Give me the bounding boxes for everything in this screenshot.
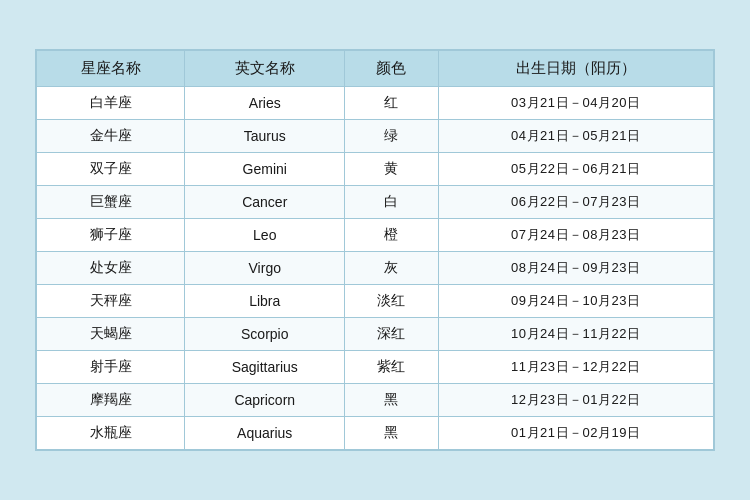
table-row: 巨蟹座Cancer白06月22日－07月23日 — [37, 186, 714, 219]
cell-color: 橙 — [345, 219, 438, 252]
cell-chinese: 巨蟹座 — [37, 186, 185, 219]
table-row: 双子座Gemini黄05月22日－06月21日 — [37, 153, 714, 186]
cell-color: 紫红 — [345, 351, 438, 384]
cell-chinese: 射手座 — [37, 351, 185, 384]
cell-chinese: 白羊座 — [37, 87, 185, 120]
table-row: 水瓶座Aquarius黑01月21日－02月19日 — [37, 417, 714, 450]
cell-english: Virgo — [185, 252, 345, 285]
cell-english: Capricorn — [185, 384, 345, 417]
table-row: 天秤座Libra淡红09月24日－10月23日 — [37, 285, 714, 318]
cell-english: Sagittarius — [185, 351, 345, 384]
cell-color: 深红 — [345, 318, 438, 351]
cell-english: Gemini — [185, 153, 345, 186]
cell-date: 11月23日－12月22日 — [438, 351, 713, 384]
cell-color: 红 — [345, 87, 438, 120]
zodiac-table: 星座名称 英文名称 颜色 出生日期（阳历） 白羊座Aries红03月21日－04… — [36, 50, 714, 450]
cell-english: Aries — [185, 87, 345, 120]
cell-date: 01月21日－02月19日 — [438, 417, 713, 450]
cell-date: 06月22日－07月23日 — [438, 186, 713, 219]
cell-english: Scorpio — [185, 318, 345, 351]
table-row: 天蝎座Scorpio深红10月24日－11月22日 — [37, 318, 714, 351]
cell-date: 05月22日－06月21日 — [438, 153, 713, 186]
cell-date: 09月24日－10月23日 — [438, 285, 713, 318]
cell-color: 黑 — [345, 417, 438, 450]
cell-chinese: 摩羯座 — [37, 384, 185, 417]
table-row: 白羊座Aries红03月21日－04月20日 — [37, 87, 714, 120]
cell-chinese: 天秤座 — [37, 285, 185, 318]
cell-color: 绿 — [345, 120, 438, 153]
cell-english: Libra — [185, 285, 345, 318]
table-row: 摩羯座Capricorn黑12月23日－01月22日 — [37, 384, 714, 417]
cell-color: 灰 — [345, 252, 438, 285]
cell-color: 黄 — [345, 153, 438, 186]
cell-chinese: 狮子座 — [37, 219, 185, 252]
cell-date: 07月24日－08月23日 — [438, 219, 713, 252]
col-header-chinese: 星座名称 — [37, 51, 185, 87]
zodiac-table-container: 星座名称 英文名称 颜色 出生日期（阳历） 白羊座Aries红03月21日－04… — [35, 49, 715, 451]
cell-color: 白 — [345, 186, 438, 219]
col-header-english: 英文名称 — [185, 51, 345, 87]
cell-chinese: 水瓶座 — [37, 417, 185, 450]
cell-chinese: 双子座 — [37, 153, 185, 186]
table-row: 狮子座Leo橙07月24日－08月23日 — [37, 219, 714, 252]
cell-english: Leo — [185, 219, 345, 252]
col-header-date: 出生日期（阳历） — [438, 51, 713, 87]
table-row: 金牛座Taurus绿04月21日－05月21日 — [37, 120, 714, 153]
table-header-row: 星座名称 英文名称 颜色 出生日期（阳历） — [37, 51, 714, 87]
table-row: 射手座Sagittarius紫红11月23日－12月22日 — [37, 351, 714, 384]
cell-english: Taurus — [185, 120, 345, 153]
cell-date: 03月21日－04月20日 — [438, 87, 713, 120]
cell-date: 08月24日－09月23日 — [438, 252, 713, 285]
cell-date: 04月21日－05月21日 — [438, 120, 713, 153]
table-row: 处女座Virgo灰08月24日－09月23日 — [37, 252, 714, 285]
cell-chinese: 金牛座 — [37, 120, 185, 153]
cell-color: 淡红 — [345, 285, 438, 318]
cell-english: Cancer — [185, 186, 345, 219]
cell-date: 12月23日－01月22日 — [438, 384, 713, 417]
cell-english: Aquarius — [185, 417, 345, 450]
col-header-color: 颜色 — [345, 51, 438, 87]
cell-date: 10月24日－11月22日 — [438, 318, 713, 351]
cell-color: 黑 — [345, 384, 438, 417]
cell-chinese: 天蝎座 — [37, 318, 185, 351]
cell-chinese: 处女座 — [37, 252, 185, 285]
